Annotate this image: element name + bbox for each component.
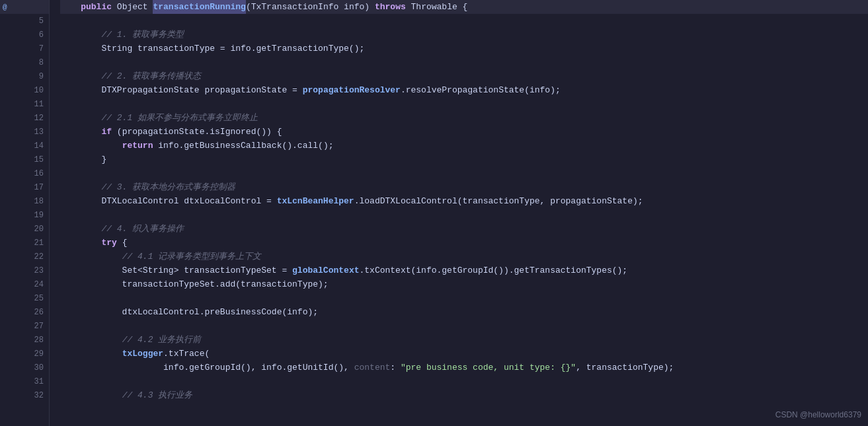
code-line-25: txLogger.txTrace( bbox=[60, 347, 868, 361]
line-number-12: 12 bbox=[0, 111, 49, 125]
token bbox=[60, 236, 101, 250]
token: // 4.3 执行业务 bbox=[122, 388, 193, 402]
token: // 4.1 记录事务类型到事务上下文 bbox=[122, 250, 262, 264]
line-number-26: 26 bbox=[0, 305, 49, 319]
token: // 4. 织入事务操作 bbox=[101, 222, 184, 236]
line-number-14: 14 bbox=[0, 139, 49, 153]
token bbox=[60, 125, 101, 139]
token: : bbox=[390, 361, 401, 374]
token: propagationResolver bbox=[303, 83, 401, 97]
code-line-1 bbox=[60, 14, 868, 28]
line-number-11: 11 bbox=[0, 97, 49, 111]
token bbox=[60, 111, 101, 125]
code-line-5: // 2. 获取事务传播状态 bbox=[60, 69, 868, 83]
token bbox=[60, 333, 122, 347]
token: } bbox=[60, 153, 106, 166]
line-number-8: 8 bbox=[0, 55, 49, 69]
token: dtxLocalControl.preBusinessCode(info); bbox=[60, 305, 318, 319]
token: .txTrace( bbox=[163, 347, 210, 361]
token: try bbox=[101, 236, 116, 250]
token: // 2. 获取事务传播状态 bbox=[101, 69, 201, 83]
code-line-20: transactionTypeSet.add(transactionType); bbox=[60, 277, 868, 291]
line-number-28: 28 bbox=[0, 333, 49, 347]
code-line-4 bbox=[60, 55, 868, 69]
token bbox=[60, 388, 122, 402]
code-line-6: DTXPropagationState propagationState = p… bbox=[60, 83, 868, 97]
annotation-at: @ bbox=[3, 3, 7, 11]
token: // 3. 获取本地分布式事务控制器 bbox=[101, 180, 235, 194]
line-number-10: 10 bbox=[0, 83, 49, 97]
code-line-15 bbox=[60, 208, 868, 222]
line-number-30: 30 bbox=[0, 361, 49, 374]
keyword-throws: throws bbox=[375, 0, 406, 14]
method-name-selected: transactionRunning bbox=[153, 0, 245, 14]
token: .resolvePropagationState(info); bbox=[401, 83, 561, 97]
line-number-15: 15 bbox=[0, 153, 49, 166]
code-line-13: // 3. 获取本地分布式事务控制器 bbox=[60, 180, 868, 194]
token bbox=[60, 28, 101, 42]
line-number-25: 25 bbox=[0, 291, 49, 305]
line-number-32: 32 bbox=[0, 388, 49, 402]
token bbox=[60, 180, 101, 194]
code-line-27 bbox=[60, 374, 868, 388]
token: // 4.2 业务执行前 bbox=[122, 333, 202, 347]
token: DTXPropagationState propagationState = bbox=[60, 83, 303, 97]
line-number-16: 16 bbox=[0, 166, 49, 180]
editor-container: @567891011121314151617181920212223242526… bbox=[0, 0, 868, 426]
line-number-20: 20 bbox=[0, 222, 49, 236]
code-line-26: info.getGroupId(), info.getUnitId(), con… bbox=[60, 361, 868, 374]
token: txLcnBeanHelper bbox=[277, 194, 354, 208]
code-line-17: try { bbox=[60, 236, 868, 250]
token: , transactionType); bbox=[576, 361, 674, 374]
code-line-14: DTXLocalControl dtxLocalControl = txLcnB… bbox=[60, 194, 868, 208]
code-line-24: // 4.2 业务执行前 bbox=[60, 333, 868, 347]
token: // 1. 获取事务类型 bbox=[101, 28, 184, 42]
code-line-22: dtxLocalControl.preBusinessCode(info); bbox=[60, 305, 868, 319]
token bbox=[60, 222, 101, 236]
token bbox=[60, 250, 122, 264]
line-number-gutter: @567891011121314151617181920212223242526… bbox=[0, 0, 50, 426]
code-line-23 bbox=[60, 319, 868, 333]
token: content bbox=[354, 361, 391, 374]
line-number-31: 31 bbox=[0, 374, 49, 388]
token: // 2.1 如果不参与分布式事务立即终止 bbox=[101, 111, 258, 125]
code-line-12 bbox=[60, 166, 868, 180]
line-number-6: 6 bbox=[0, 28, 49, 42]
line-number-22: 22 bbox=[0, 250, 49, 264]
token: info.getBusinessCallback().call(); bbox=[153, 139, 333, 153]
token: { bbox=[117, 236, 128, 250]
code-line-3: String transactionType = info.getTransac… bbox=[60, 42, 868, 55]
code-line-0: public Object transactionRunning(TxTrans… bbox=[60, 0, 868, 14]
token: .loadDTXLocalControl(transactionType, pr… bbox=[354, 194, 643, 208]
token: DTXLocalControl dtxLocalControl = bbox=[60, 194, 277, 208]
code-line-9: if (propagationState.isIgnored()) { bbox=[60, 125, 868, 139]
token: info.getGroupId(), info.getUnitId(), bbox=[60, 361, 354, 374]
code-line-8: // 2.1 如果不参与分布式事务立即终止 bbox=[60, 111, 868, 125]
token: if bbox=[101, 125, 112, 139]
code-line-16: // 4. 织入事务操作 bbox=[60, 222, 868, 236]
line-number-27: 27 bbox=[0, 319, 49, 333]
line-number-5: 5 bbox=[0, 14, 49, 28]
token: String transactionType = info.getTransac… bbox=[60, 42, 364, 55]
token: .txContext(info.getGroupId()).getTransac… bbox=[359, 264, 627, 277]
token bbox=[60, 347, 122, 361]
token: globalContext bbox=[292, 264, 359, 277]
watermark: CSDN @helloworld6379 bbox=[775, 410, 861, 419]
code-line-10: return info.getBusinessCallback().call()… bbox=[60, 139, 868, 153]
line-number-23: 23 bbox=[0, 264, 49, 277]
code-line-19: Set<String> transactionTypeSet = globalC… bbox=[60, 264, 868, 277]
line-number-18: 18 bbox=[0, 194, 49, 208]
token bbox=[60, 69, 101, 83]
token: txLogger bbox=[122, 347, 163, 361]
line-number-17: 17 bbox=[0, 180, 49, 194]
token: Set<String> transactionTypeSet = bbox=[60, 264, 292, 277]
token: return bbox=[122, 139, 153, 153]
code-line-18: // 4.1 记录事务类型到事务上下文 bbox=[60, 250, 868, 264]
token: "pre business code, unit type: {}" bbox=[401, 361, 576, 374]
code-line-21 bbox=[60, 291, 868, 305]
code-area[interactable]: public Object transactionRunning(TxTrans… bbox=[50, 0, 868, 426]
line-number-9: 9 bbox=[0, 69, 49, 83]
line-number-19: 19 bbox=[0, 208, 49, 222]
line-number-21: 21 bbox=[0, 236, 49, 250]
code-line-11: } bbox=[60, 153, 868, 166]
